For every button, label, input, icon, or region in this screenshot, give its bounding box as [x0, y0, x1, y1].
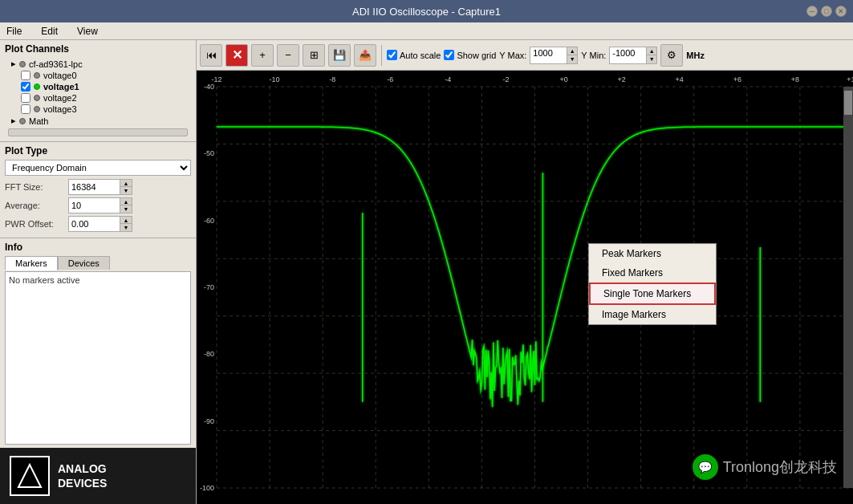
x-axis-labels — [213, 71, 853, 87]
settings-button[interactable]: ⚙ — [660, 44, 683, 67]
logo-line2: DEVICES — [58, 476, 107, 490]
y-min-value: -1000 — [610, 47, 646, 63]
math-dot — [19, 118, 26, 124]
fft-size-label: FFT Size: — [5, 182, 65, 192]
y-min-spinbox[interactable]: -1000 ▲ ▼ — [609, 47, 657, 64]
fft-size-value: 16384 — [69, 181, 120, 193]
minus-button[interactable]: − — [277, 44, 299, 67]
toolbar-separator — [381, 45, 382, 66]
channels-scrollbar[interactable] — [8, 128, 188, 136]
stop-button[interactable]: ✕ — [225, 44, 248, 67]
y-min-spin-buttons: ▲ ▼ — [646, 47, 656, 63]
save-button[interactable]: 💾 — [328, 44, 351, 67]
menu-edit[interactable]: Edit — [38, 25, 61, 38]
scope-canvas — [197, 71, 853, 504]
logo-icon — [10, 456, 50, 496]
ctx-peak-markers[interactable]: Peak Markers — [589, 244, 716, 263]
tab-markers[interactable]: Markers — [5, 256, 58, 270]
scope-area[interactable]: Peak Markers Fixed Markers Single Tone M… — [197, 71, 853, 504]
window-title: ADI IIO Oscilloscope - Capture1 — [352, 6, 501, 18]
close-button[interactable]: ✕ — [835, 6, 847, 17]
channel-voltage0: voltage0 — [5, 70, 191, 81]
voltage1-label: voltage1 — [43, 82, 79, 91]
grid-button[interactable]: ⊞ — [303, 44, 325, 67]
voltage0-checkbox[interactable] — [21, 71, 30, 80]
channel-voltage2: voltage2 — [5, 92, 191, 104]
tab-devices[interactable]: Devices — [58, 256, 110, 270]
voltage3-label: voltage3 — [43, 104, 77, 114]
logo-text: ANALOG DEVICES — [58, 461, 107, 490]
average-down[interactable]: ▼ — [120, 205, 132, 213]
pwr-offset-spinbox[interactable]: 0.00 ▲ ▼ — [68, 216, 132, 232]
skip-back-button[interactable]: ⏮ — [200, 44, 222, 67]
voltage2-label: voltage2 — [43, 93, 77, 103]
pwr-offset-up[interactable]: ▲ — [120, 217, 132, 224]
y-min-up[interactable]: ▲ — [647, 47, 656, 55]
show-grid-label: Show grid — [444, 50, 496, 60]
show-grid-checkbox[interactable] — [444, 50, 454, 60]
voltage3-dot — [34, 106, 40, 112]
pwr-offset-down[interactable]: ▼ — [120, 224, 132, 231]
main-area: Plot Channels ▸ cf-ad9361-lpc voltage0 v… — [0, 40, 853, 504]
minimize-button[interactable]: ─ — [806, 6, 818, 17]
y-min-label: Y Min: — [581, 51, 606, 60]
channel-device: ▸ cf-ad9361-lpc — [5, 58, 191, 70]
voltage3-checkbox[interactable] — [21, 104, 30, 114]
fft-size-spinbox[interactable]: 16384 ▲ ▼ — [68, 179, 132, 195]
info-section: Info Markers Devices No markers active — [0, 238, 196, 448]
voltage1-checkbox[interactable] — [21, 82, 30, 91]
average-value: 10 — [69, 200, 120, 211]
average-label: Average: — [5, 201, 65, 210]
left-panel: Plot Channels ▸ cf-ad9361-lpc voltage0 v… — [0, 40, 197, 504]
ctx-single-tone-markers[interactable]: Single Tone Markers — [589, 282, 716, 305]
title-bar: ADI IIO Oscilloscope - Capture1 ─ □ ✕ — [0, 0, 853, 22]
add-button[interactable]: + — [251, 44, 274, 67]
voltage2-dot — [34, 95, 40, 101]
plot-type-select[interactable]: Frequency Domain — [5, 160, 191, 176]
ctx-fixed-markers[interactable]: Fixed Markers — [589, 263, 716, 282]
average-spinbox[interactable]: 10 ▲ ▼ — [68, 197, 132, 213]
pwr-offset-row: PWR Offset: 0.00 ▲ ▼ — [5, 216, 191, 232]
plot-type-title: Plot Type — [5, 145, 191, 156]
fft-size-down[interactable]: ▼ — [120, 187, 132, 194]
watermark: 💬 Tronlong创龙科技 — [693, 454, 837, 480]
watermark-icon: 💬 — [693, 454, 718, 480]
pwr-offset-value: 0.00 — [69, 218, 120, 230]
menu-view[interactable]: View — [74, 25, 101, 38]
y-max-down[interactable]: ▼ — [567, 55, 577, 63]
watermark-text: Tronlong创龙科技 — [723, 457, 837, 477]
math-label: Math — [29, 116, 48, 126]
y-max-spinbox[interactable]: 1000 ▲ ▼ — [530, 47, 578, 64]
average-up[interactable]: ▲ — [120, 198, 132, 205]
average-row: Average: 10 ▲ ▼ — [5, 197, 191, 213]
math-expand-icon[interactable]: ▸ — [11, 116, 16, 126]
device-dot — [19, 61, 26, 67]
auto-scale-text: Auto scale — [400, 51, 441, 60]
toolbar: ⏮ ✕ + − ⊞ 💾 📤 Auto scale Show grid Y Max… — [197, 40, 853, 71]
voltage1-dot — [34, 83, 40, 90]
no-markers-text: No markers active — [9, 275, 80, 285]
info-tabs: Markers Devices — [5, 256, 191, 270]
channel-voltage3: voltage3 — [5, 104, 191, 115]
device-expand-icon[interactable]: ▸ — [11, 59, 16, 69]
y-max-value: 1000 — [530, 47, 567, 63]
auto-scale-checkbox[interactable] — [387, 50, 397, 60]
menu-file[interactable]: File — [3, 25, 25, 38]
window-controls: ─ □ ✕ — [806, 6, 847, 17]
fft-size-spin-buttons: ▲ ▼ — [120, 180, 132, 194]
pwr-offset-label: PWR Offset: — [5, 219, 65, 229]
channel-math: ▸ Math — [5, 115, 191, 127]
voltage0-label: voltage0 — [43, 71, 77, 80]
analog-devices-logo-svg — [15, 461, 44, 490]
y-min-down[interactable]: ▼ — [647, 55, 656, 63]
voltage2-checkbox[interactable] — [21, 93, 30, 103]
fft-size-up[interactable]: ▲ — [120, 180, 132, 187]
y-max-up[interactable]: ▲ — [567, 47, 577, 55]
ctx-image-markers[interactable]: Image Markers — [589, 305, 716, 324]
menu-bar: File Edit View — [0, 22, 853, 40]
y-max-label: Y Max: — [499, 51, 526, 60]
show-grid-text: Show grid — [457, 51, 496, 60]
export-button[interactable]: 📤 — [354, 44, 376, 67]
logo-area: ANALOG DEVICES — [0, 448, 196, 504]
maximize-button[interactable]: □ — [821, 6, 832, 17]
